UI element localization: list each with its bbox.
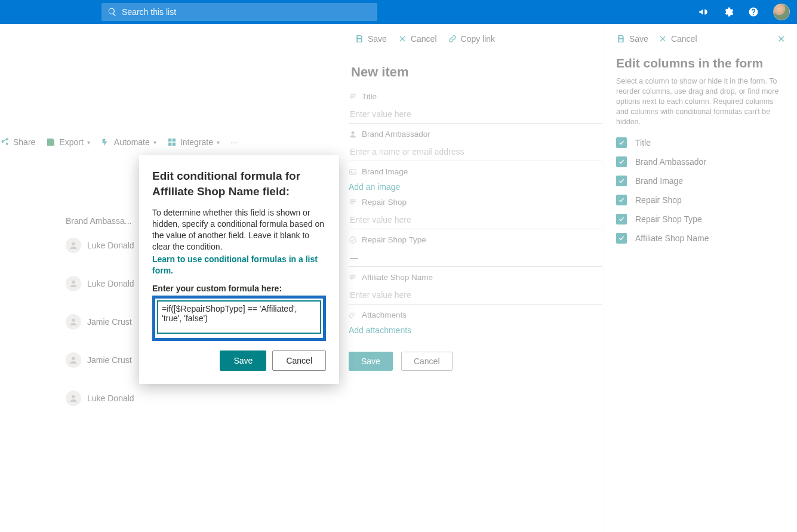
search-box[interactable] [101, 3, 377, 21]
modal-backdrop [0, 24, 797, 532]
avatar[interactable] [773, 4, 790, 20]
help-icon[interactable] [748, 7, 759, 17]
formula-label: Enter your custom formula here: [152, 284, 326, 293]
dialog-description: To determine whether this field is shown… [152, 207, 326, 253]
formula-textarea[interactable] [157, 300, 321, 334]
dialog-save-button[interactable]: Save [220, 350, 266, 371]
dialog-title: Edit conditional formula for Affiliate S… [152, 168, 326, 199]
formula-highlight [152, 296, 326, 341]
gear-icon[interactable] [723, 7, 734, 17]
suite-bar [0, 0, 797, 24]
suite-actions [698, 4, 797, 20]
search-input[interactable] [122, 7, 371, 17]
search-icon [107, 7, 117, 17]
conditional-formula-dialog: Edit conditional formula for Affiliate S… [139, 155, 339, 384]
megaphone-icon[interactable] [698, 7, 709, 17]
learn-more-link[interactable]: Learn to use conditional formulas in a l… [152, 254, 326, 276]
dialog-cancel-button[interactable]: Cancel [272, 350, 326, 371]
